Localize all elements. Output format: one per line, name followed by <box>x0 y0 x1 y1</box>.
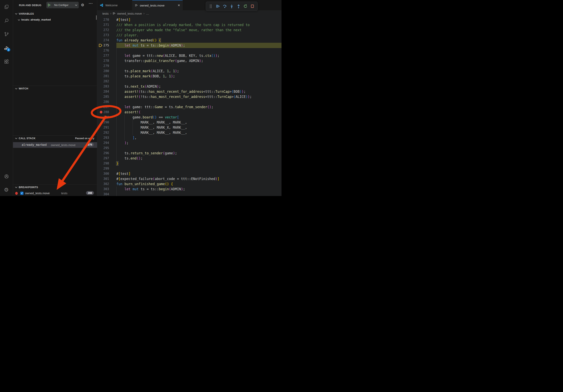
run-and-debug-icon[interactable]: 1 <box>4 46 9 51</box>
code-line-text: let game: ttt::Game = ts.take_from_sende… <box>116 105 282 110</box>
chevron-down-icon <box>15 138 17 139</box>
code-line-text: ts.next_tx(ADMIN); <box>116 84 282 89</box>
line-number[interactable]: 304 <box>97 192 116 196</box>
source-control-icon[interactable] <box>4 32 9 37</box>
line-number[interactable]: 300 <box>97 171 116 176</box>
variables-scope-row[interactable]: locals: already_marked <box>13 17 97 23</box>
line-number[interactable]: 303 <box>97 186 116 192</box>
line-number[interactable]: 272 <box>97 27 116 33</box>
line-number[interactable]: 297 <box>97 156 116 161</box>
stop-button[interactable] <box>249 2 256 10</box>
line-number[interactable]: 273 <box>97 33 116 38</box>
line-number[interactable]: 301 <box>97 176 116 181</box>
line-number[interactable]: 271 <box>97 22 116 27</box>
line-number[interactable]: 291 <box>97 125 116 130</box>
code-line-text: transfer::public_transfer(game, ADMIN); <box>116 58 282 63</box>
line-number[interactable]: 292 <box>97 130 116 135</box>
account-icon[interactable] <box>4 174 9 179</box>
code-line-text: ts.end(); <box>116 156 282 161</box>
code-line-text <box>116 145 282 151</box>
step-over-button[interactable] <box>221 2 228 10</box>
code-line-text <box>116 79 282 84</box>
code-line-text <box>116 99 282 105</box>
continue-button[interactable] <box>214 2 221 10</box>
debug-toolbar <box>206 1 258 11</box>
restart-button[interactable] <box>242 2 249 10</box>
code-line-text: #[test] <box>116 17 282 22</box>
code-line: 302fun burn_unfinished_game() { <box>97 181 282 186</box>
code-line: 280 ts.place_mark(ALICE, 1, 1); <box>97 68 282 74</box>
code-line: 276 <box>97 48 282 53</box>
line-number[interactable]: 270 <box>97 17 116 22</box>
line-number[interactable]: 279 <box>97 63 116 68</box>
code-line-text: ts.place_mark(BOB, 1, 1); <box>116 74 282 79</box>
code-line: 298} <box>97 161 282 166</box>
explorer-icon[interactable] <box>4 4 9 10</box>
line-number[interactable]: 293 <box>97 135 116 140</box>
code-line: 278 transfer::public_transfer(game, ADMI… <box>97 58 282 63</box>
breadcrumb-item[interactable]: … <box>146 12 149 15</box>
line-number[interactable]: 277 <box>97 53 116 58</box>
line-number[interactable]: 299 <box>97 166 116 171</box>
pause-status: Paused on entry <box>75 137 94 140</box>
line-number[interactable]: 287 <box>97 105 116 110</box>
breakpoints-section-header[interactable]: BREAKPOINTS <box>13 185 97 190</box>
line-number[interactable]: 280 <box>97 68 116 74</box>
sidebar-scrollbar[interactable] <box>96 15 97 20</box>
chevron-down-icon <box>15 186 17 188</box>
line-number[interactable]: 296 <box>97 151 116 156</box>
code-line: 291 MARK__, MARK_X, MARK__, <box>97 125 282 130</box>
vscode-window: 1 ⚙ RUN AND DEBUG <box>0 0 282 196</box>
line-number[interactable]: 295 <box>97 145 116 151</box>
chevron-down-icon <box>75 4 79 6</box>
tab-owned-tests-move[interactable]: owned_tests.move ✕ <box>132 0 183 10</box>
settings-gear-icon[interactable]: ⚙ <box>4 187 9 193</box>
more-actions-icon[interactable]: ··· <box>89 1 93 6</box>
line-number[interactable]: 275 <box>97 43 116 48</box>
line-number[interactable]: 294 <box>97 140 116 145</box>
breakpoint-dot-icon[interactable] <box>100 111 102 114</box>
launch-settings-gear-icon[interactable]: ⚙ <box>81 2 84 8</box>
code-line: 292 MARK__, MARK__, MARK__, <box>97 130 282 135</box>
breakpoint-line-badge: 288 <box>86 191 94 195</box>
call-stack-section-header[interactable]: CALL STACK Paused on entry <box>13 136 97 141</box>
chevron-right-icon: › <box>110 12 111 15</box>
line-number[interactable]: 274 <box>97 38 116 43</box>
line-number[interactable]: 283 <box>97 84 116 89</box>
line-number[interactable]: 281 <box>97 74 116 79</box>
line-number[interactable]: 276 <box>97 48 116 53</box>
frame-file-name: owned_tests.move <box>51 143 76 147</box>
code-line: 299 <box>97 166 282 171</box>
line-number[interactable]: 290 <box>97 120 116 125</box>
step-out-button[interactable] <box>235 2 242 10</box>
breakpoint-checkbox[interactable]: ✓ <box>20 192 24 195</box>
variables-section-header[interactable]: VARIABLES <box>13 11 97 17</box>
line-number[interactable]: 282 <box>97 79 116 84</box>
line-number[interactable]: 285 <box>97 94 116 99</box>
close-tab-icon[interactable]: ✕ <box>178 3 180 7</box>
code-editor[interactable]: 270#[test]271/// When a position is alre… <box>97 17 282 196</box>
tab-welcome[interactable]: Welcome <box>97 0 132 10</box>
debug-config-dropdown[interactable]: No Configur <box>46 2 79 8</box>
line-number[interactable]: 302 <box>97 181 116 186</box>
call-stack-frame-row[interactable]: already_marked owned_tests.move 275 <box>13 142 97 148</box>
step-into-button[interactable] <box>228 2 235 10</box>
extensions-icon[interactable] <box>4 59 9 64</box>
breadcrumb-item[interactable]: tests <box>102 12 109 15</box>
code-line-text <box>116 63 282 68</box>
line-number[interactable]: 298 <box>97 161 116 166</box>
breakpoint-row[interactable]: ✓ owned_tests.move tests 288 <box>13 191 97 196</box>
watch-section-header[interactable]: WATCH <box>13 86 97 91</box>
start-debug-icon[interactable] <box>46 2 52 8</box>
breadcrumb-item[interactable]: owned_tests.move <box>117 12 142 15</box>
line-number[interactable]: 286 <box>97 99 116 105</box>
chevron-down-icon <box>15 13 17 15</box>
code-line-text: ts.place_mark(ALICE, 1, 1); <box>116 68 282 74</box>
line-number[interactable]: 278 <box>97 58 116 63</box>
line-number[interactable]: 289 <box>97 115 116 120</box>
search-icon[interactable] <box>4 18 9 23</box>
toolbar-drag-grip[interactable] <box>207 2 214 10</box>
code-line: 288 assert!( <box>97 110 282 115</box>
line-number[interactable]: 284 <box>97 89 116 94</box>
code-line-text: ); <box>116 140 282 145</box>
